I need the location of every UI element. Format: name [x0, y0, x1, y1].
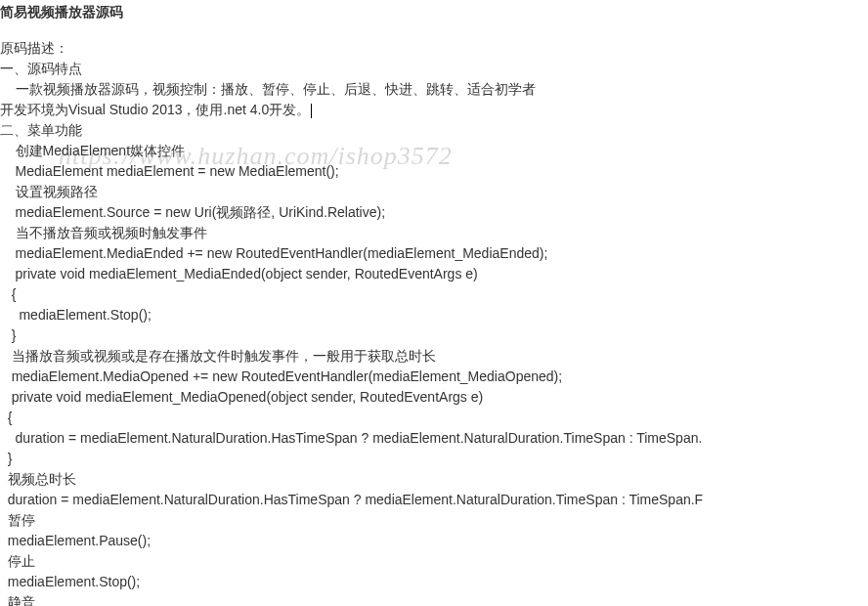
- code-line: {: [0, 284, 868, 305]
- code-line: 创建MediaElement媒体控件: [0, 141, 868, 161]
- code-line: private void mediaElement_MediaOpened(ob…: [0, 387, 868, 408]
- code-line: mediaElement.Pause();: [0, 531, 868, 551]
- code-line: mediaElement.Stop();: [0, 305, 868, 325]
- code-line: mediaElement.MediaOpened += new RoutedEv…: [0, 367, 868, 387]
- text-cursor: [311, 104, 312, 118]
- code-line: private void mediaElement_MediaEnded(obj…: [0, 264, 868, 284]
- code-line: mediaElement.Stop();: [0, 572, 868, 592]
- code-line: }: [0, 449, 868, 469]
- code-line: 当不播放音频或视频时触发事件: [0, 223, 868, 243]
- code-line: }: [0, 325, 868, 346]
- section1-line1: 一款视频播放器源码，视频控制：播放、暂停、停止、后退、快进、跳转、适合初学者: [0, 79, 868, 100]
- desc-header: 原码描述：: [0, 38, 868, 59]
- code-line: 设置视频路径: [0, 182, 868, 202]
- code-line: 停止: [0, 551, 868, 572]
- code-line: 视频总时长: [0, 469, 868, 490]
- code-line: mediaElement.MediaEnded += new RoutedEve…: [0, 243, 868, 264]
- code-line: 当播放音频或视频或是存在播放文件时触发事件，一般用于获取总时长: [0, 346, 868, 367]
- code-line: duration = mediaElement.NaturalDuration.…: [0, 428, 868, 449]
- code-line: MediaElement mediaElement = new MediaEle…: [0, 161, 868, 182]
- code-line: {: [0, 408, 868, 428]
- section1-line2: 开发环境为Visual Studio 2013，使用.net 4.0开发。: [0, 100, 868, 120]
- code-line: 静音: [0, 592, 868, 606]
- section1-header: 一、源码特点: [0, 59, 868, 79]
- section2-header: 二、菜单功能: [0, 120, 868, 141]
- section1-line2-text: 开发环境为Visual Studio 2013，使用.net 4.0开发。: [0, 102, 310, 117]
- code-line: mediaElement.Source = new Uri(视频路径, UriK…: [0, 202, 868, 223]
- document-title: 简易视频播放器源码: [0, 2, 868, 22]
- code-line: 暂停: [0, 510, 868, 531]
- code-line: duration = mediaElement.NaturalDuration.…: [0, 490, 868, 510]
